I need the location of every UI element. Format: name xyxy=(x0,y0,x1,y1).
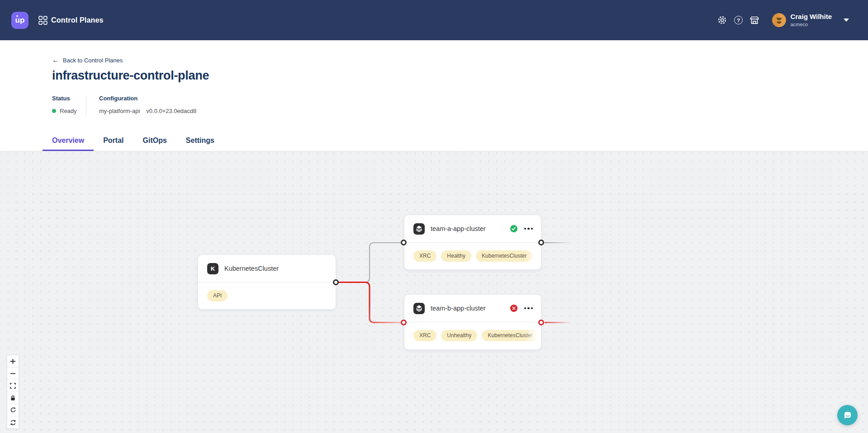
node-team-b-app-cluster[interactable]: team-b-app-cluster XRC Unhealthy Kuberne… xyxy=(404,294,541,350)
tab-overview[interactable]: Overview xyxy=(43,130,94,151)
badge-unhealthy: Unhealthy xyxy=(441,330,477,341)
edge-kc-to-team-a[interactable] xyxy=(336,243,401,282)
status-ready-dot xyxy=(52,109,56,113)
handle-kubernetescluster-source[interactable] xyxy=(333,279,339,285)
configuration-section: Configuration my-platform-api v0.0.0+23.… xyxy=(99,95,196,116)
status-label: Status xyxy=(52,95,86,102)
refresh-button[interactable] xyxy=(7,416,19,428)
back-arrow-icon: ← xyxy=(52,56,59,64)
healthy-check-icon xyxy=(510,225,517,232)
configuration-label: Configuration xyxy=(99,95,196,102)
app-header: up Control Planes ? xyxy=(0,0,868,40)
handle-team-a-target[interactable] xyxy=(401,240,407,245)
node-menu-button[interactable] xyxy=(524,306,534,311)
logo-dot xyxy=(16,15,18,17)
tab-gitops[interactable]: GitOps xyxy=(133,130,176,151)
user-text: Craig Wilhite acmeco xyxy=(790,13,832,27)
kubernetes-cluster-icon: K xyxy=(207,263,218,274)
page-head: ← Back to Control Planes infrastructure-… xyxy=(0,56,868,151)
back-link-label: Back to Control Planes xyxy=(63,57,123,64)
rotate-button[interactable] xyxy=(7,404,19,416)
handle-team-b-source[interactable] xyxy=(538,320,544,325)
node-team-a-app-cluster[interactable]: team-a-app-cluster XRC Healthy Kubernete… xyxy=(404,215,541,270)
lock-button[interactable] xyxy=(7,392,19,404)
zoom-out-button[interactable] xyxy=(7,367,19,380)
help-icon[interactable]: ? xyxy=(733,15,743,25)
graph-canvas[interactable]: K KubernetesCluster API team-a-app-clust… xyxy=(0,151,868,433)
help-glyph: ? xyxy=(737,18,740,23)
badge-api: API xyxy=(207,290,228,301)
app-grid-icon[interactable] xyxy=(38,16,47,25)
tab-bar: Overview Portal GitOps Settings xyxy=(43,130,868,151)
node-title: team-b-app-cluster xyxy=(431,305,486,312)
meta-divider xyxy=(86,96,86,116)
back-link[interactable]: ← Back to Control Planes xyxy=(52,56,123,64)
badge-healthy: Healthy xyxy=(441,250,471,262)
user-menu[interactable]: Craig Wilhite acmeco xyxy=(772,13,849,27)
upbound-logo[interactable]: up xyxy=(11,12,28,29)
node-title: team-a-app-cluster xyxy=(431,225,486,232)
badge-xrc: XRC xyxy=(413,330,436,341)
tab-portal[interactable]: Portal xyxy=(94,130,133,151)
fit-view-button[interactable] xyxy=(7,380,19,392)
meta-row: Status Ready Configuration my-platform-a… xyxy=(52,95,868,116)
node-title: KubernetesCluster xyxy=(224,265,279,272)
status-value: Ready xyxy=(60,108,77,114)
configuration-name: my-platform-api xyxy=(99,108,140,114)
settings-gear-icon[interactable] xyxy=(717,15,727,25)
status-section: Status Ready xyxy=(52,95,86,116)
tab-settings[interactable]: Settings xyxy=(176,130,224,151)
user-org: acmeco xyxy=(790,22,832,27)
layers-icon xyxy=(413,303,425,314)
page-title: infrastructure-control-plane xyxy=(52,69,868,83)
handle-team-b-target[interactable] xyxy=(401,320,407,325)
avatar xyxy=(772,13,786,27)
unhealthy-x-icon xyxy=(510,305,517,312)
edge-kc-to-team-b[interactable] xyxy=(336,282,401,323)
badge-xrc: XRC xyxy=(413,250,436,262)
user-name: Craig Wilhite xyxy=(790,13,832,21)
node-kubernetescluster[interactable]: K KubernetesCluster API xyxy=(198,254,336,310)
badge-kind: KubernetesCluster xyxy=(476,250,532,262)
edges-layer xyxy=(0,151,868,433)
logo-text: up xyxy=(15,16,25,25)
badge-kind: KubernetesCluster xyxy=(482,330,538,341)
zoom-in-button[interactable] xyxy=(7,355,19,367)
chat-launcher-button[interactable] xyxy=(837,405,858,425)
chevron-down-icon xyxy=(844,19,849,22)
handle-team-a-source[interactable] xyxy=(538,240,544,245)
configuration-version: v0.0.0+23.0edacd8 xyxy=(146,108,196,114)
layers-icon xyxy=(413,223,425,235)
app-title: Control Planes xyxy=(51,16,104,24)
marketplace-icon[interactable] xyxy=(749,15,759,25)
node-menu-button[interactable] xyxy=(524,226,534,232)
flow-controls xyxy=(7,355,19,429)
